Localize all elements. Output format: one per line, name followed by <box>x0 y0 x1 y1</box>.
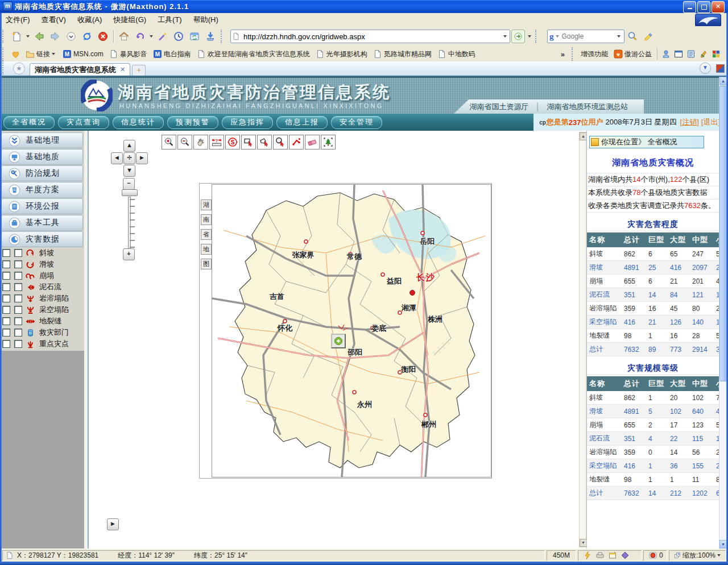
select-circle-tool[interactable] <box>273 135 288 149</box>
map-rail-button-4[interactable]: 图 <box>201 259 212 269</box>
new-tab-button[interactable]: + <box>132 65 146 76</box>
home-button[interactable] <box>117 30 131 43</box>
toolbar-grip2[interactable] <box>221 30 224 43</box>
eraser-tool[interactable] <box>305 135 320 149</box>
new-page-caret[interactable] <box>26 35 30 38</box>
menu-item-2[interactable]: 收藏(A) <box>72 15 107 25</box>
select-rect-tool[interactable] <box>241 135 256 149</box>
maximize-button[interactable] <box>697 1 710 13</box>
nav-tab-0[interactable]: 全省概况 <box>3 116 55 129</box>
layer-checkbox-2[interactable] <box>14 272 22 280</box>
map-canvas[interactable]: 张家界常德岳阳益阳长沙吉首湘潭株洲怀化娄底邵阳衡阳永州郴州 <box>212 184 491 477</box>
panel-scrollbar[interactable]: ▲ ▼ <box>579 132 586 547</box>
tab-star-icon[interactable]: ★ <box>13 63 25 74</box>
nav-tab-1[interactable]: 灾点查询 <box>58 116 109 129</box>
zoom-in-tool[interactable] <box>162 135 176 149</box>
bookmark-item[interactable]: 觅路城市精品网 <box>373 49 432 59</box>
full-extent-tool[interactable] <box>321 135 336 149</box>
proxy-icon[interactable] <box>661 49 671 59</box>
filter-icon[interactable] <box>621 551 630 560</box>
sidebar-button-1[interactable]: 基础地质 <box>1 149 83 165</box>
maxthon-bird-logo[interactable] <box>695 14 721 27</box>
pan-center-button[interactable]: ✛ <box>123 152 135 164</box>
sidebar-button-2[interactable]: 防治规划 <box>1 165 83 181</box>
layer-checkbox[interactable] <box>2 283 10 291</box>
search-engine-caret[interactable] <box>556 35 559 38</box>
auto-refresh-button[interactable] <box>188 30 201 43</box>
plugin-grip[interactable] <box>572 47 575 61</box>
layer-checkbox[interactable] <box>2 260 10 268</box>
map-rail-button-0[interactable]: 湖 <box>201 200 212 210</box>
close-button[interactable]: ✕ <box>712 1 725 13</box>
link-geo-monitoring[interactable]: 湖南省地质环境监测总站 <box>547 102 628 112</box>
bookmark-item[interactable]: 光年摄影机构 <box>316 49 367 59</box>
select-polygon-tool[interactable] <box>257 135 272 149</box>
map-rail-button-3[interactable]: 地 <box>201 244 212 255</box>
layer-checkbox-2[interactable] <box>14 260 22 268</box>
menu-item-3[interactable]: 快捷组(G) <box>107 15 152 25</box>
minimize-button[interactable] <box>683 1 696 13</box>
menu-item-1[interactable]: 查看(V) <box>36 15 72 25</box>
sidebar-button-0[interactable]: 基础地理 <box>1 132 83 148</box>
address-caret[interactable] <box>503 35 507 38</box>
download-button[interactable] <box>204 30 217 43</box>
bookmark-caret[interactable] <box>52 53 55 55</box>
layer-checkbox[interactable] <box>2 249 10 257</box>
zoom-out-tool[interactable] <box>177 135 192 149</box>
layer-checkbox[interactable] <box>2 294 10 302</box>
nav-tab-3[interactable]: 预测预警 <box>167 116 218 129</box>
undo-button[interactable] <box>133 30 147 43</box>
layer-checkbox[interactable] <box>2 340 10 348</box>
zoom-slider-handle[interactable] <box>122 189 138 196</box>
history-dropdown-button[interactable] <box>64 30 78 43</box>
bookmark-item[interactable]: 暴风影音 <box>109 49 147 59</box>
window-icon[interactable] <box>674 49 683 59</box>
toolbar-grip3[interactable] <box>535 30 539 43</box>
scroll-right-button[interactable]: ► <box>107 518 119 530</box>
nav-tab-6[interactable]: 安全管理 <box>331 116 382 129</box>
search-input[interactable] <box>561 32 616 41</box>
tab-grip[interactable] <box>2 61 6 74</box>
bookmark-item[interactable]: 中地数码 <box>437 49 475 59</box>
popup-blocker-icon[interactable] <box>595 551 605 560</box>
layer-checkbox[interactable] <box>2 329 10 336</box>
logout-link[interactable]: [注销] <box>680 117 699 127</box>
pan-right-button[interactable]: ► <box>136 152 148 164</box>
measure-tool[interactable]: ? <box>209 135 224 149</box>
go-button[interactable] <box>511 30 525 43</box>
go-caret[interactable] <box>528 35 531 38</box>
nav-tab-5[interactable]: 信息上报 <box>276 116 328 129</box>
refresh-button[interactable] <box>80 30 94 43</box>
zoom-in-step-button[interactable]: + <box>123 248 135 260</box>
history-button[interactable] <box>172 30 185 43</box>
menu-item-4[interactable]: 工具(T) <box>152 15 188 25</box>
forward-button[interactable] <box>48 30 62 43</box>
address-input[interactable] <box>242 31 502 42</box>
sidebar-button-6[interactable]: 灾害数据 <box>1 231 83 247</box>
pens-icon[interactable] <box>699 49 708 59</box>
sidebar-button-4[interactable]: 环境公报 <box>1 198 83 214</box>
zoom-out-step-button[interactable]: − <box>123 178 135 190</box>
toolbar-grip[interactable] <box>2 30 6 43</box>
layer-checkbox-2[interactable] <box>14 294 22 302</box>
layer-checkbox-2[interactable] <box>14 283 22 291</box>
plugin-item[interactable]: 增强功能 <box>581 49 608 59</box>
magic-fill-button[interactable] <box>156 30 169 43</box>
boost-icon[interactable] <box>583 551 592 560</box>
bookmark-item[interactable]: 欢迎登陆湖南省地质灾害信息系统 <box>197 49 310 59</box>
search-go-button[interactable] <box>626 30 639 43</box>
zoom-cell[interactable]: 缩放:100% <box>669 550 726 561</box>
menu-item-5[interactable]: 帮助(H) <box>188 15 224 25</box>
sidebar-button-3[interactable]: 年度方案 <box>1 182 83 198</box>
zoom-caret[interactable] <box>717 554 721 556</box>
layer-checkbox-2[interactable] <box>14 306 22 314</box>
bookmarks-overflow-icon[interactable]: » <box>561 50 565 59</box>
favorites-heart-icon[interactable] <box>11 49 20 59</box>
address-bar[interactable] <box>230 30 510 43</box>
highlight-button[interactable] <box>642 30 655 43</box>
map-rail-button-1[interactable]: 南 <box>201 214 212 225</box>
page-scrollbar[interactable]: ▲ ▼ <box>719 77 727 549</box>
bookmarks-grip[interactable] <box>2 47 6 61</box>
back-button[interactable] <box>32 30 46 43</box>
tab-list-button[interactable]: ▼ <box>700 63 711 74</box>
